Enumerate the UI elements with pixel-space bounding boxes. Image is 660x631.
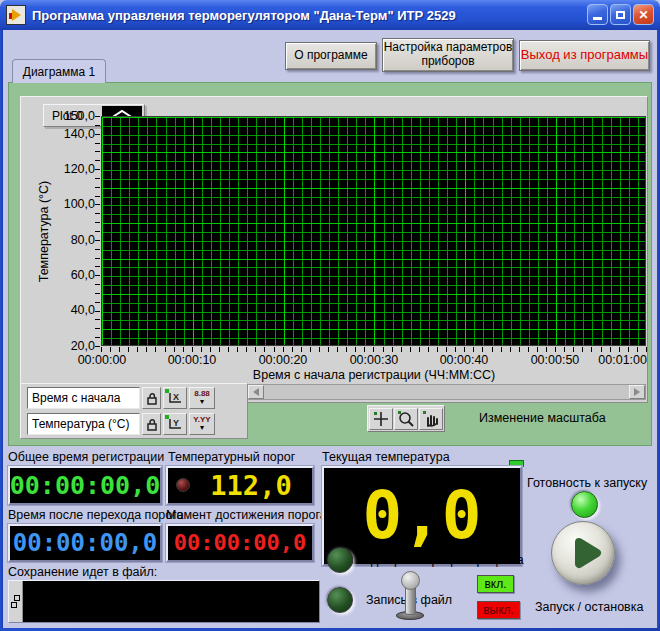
crosshair-icon [372,410,390,428]
y-tick-label: 60,0 [49,268,95,282]
toggle-switch-knob[interactable] [401,571,420,590]
title-bar[interactable]: Программа управления терморегулятором "Д… [0,0,660,30]
caret-down-icon: ▾ [200,424,204,432]
arrow-left-icon [253,388,259,396]
ready-led[interactable] [571,491,598,518]
y-tick-label: 120,0 [49,162,95,176]
total-time-label: Общее время регистрации [8,450,164,464]
current-temp-value: 0,0 [362,483,481,549]
switch-on-badge[interactable]: вкл. [477,575,514,593]
y-scale-name-input[interactable]: Температура (°C) [27,413,140,435]
start-stop-label: Запуск / остановка [535,600,643,614]
threshold-moment-display: 00:00:00,0 [166,524,314,562]
x-autoscale-button[interactable]: X [163,387,187,409]
about-button-label: О программе [294,49,367,63]
lock-icon [147,418,157,431]
hand-icon [422,410,440,428]
maximize-button[interactable] [610,4,631,25]
y-axis-title: Температура (°C) [37,117,52,347]
minimize-icon [593,17,602,20]
scrollbar-right-button[interactable] [629,385,645,399]
threshold-led [176,478,190,492]
y-scale-lock-button[interactable] [142,413,161,435]
settings-button-label: Настройка параметров приборов [383,41,513,69]
x-scale-name-input[interactable]: Время с начала [27,387,140,409]
close-icon: ✕ [638,8,648,22]
y-axis-ticks [95,116,100,347]
chart-panel: Plot 0 150,0 140,0 120,0 100,0 80,0 60,0… [20,96,648,403]
maximize-icon [616,11,625,19]
x-scrollbar[interactable] [247,384,646,400]
settings-button[interactable]: Настройка параметров приборов [382,38,514,72]
x-axis-title: Время с начала регистрации (ЧЧ:ММ:СС) [101,368,647,382]
crosshair-tool-button[interactable] [369,408,393,430]
scale-legend-panel: Время с начала X 8.88 ▾ Температура (°C) [20,383,248,439]
threshold-label: Температурный порог [168,450,295,464]
start-stop-button[interactable] [551,521,615,585]
pan-tool-button[interactable] [419,408,443,430]
save-file-label: Сохранение идет в файл: [8,565,157,579]
x-autoscale-icon: X [167,391,183,405]
y-tick-label: 100,0 [49,197,95,211]
path-browse-strip[interactable] [9,581,23,622]
x-format-button[interactable]: 8.88 ▾ [189,387,215,409]
minimize-button[interactable] [587,4,608,25]
autoscale-on-dot [165,389,169,393]
tab-diagram-1[interactable]: Диаграмма 1 [12,59,106,83]
close-button[interactable]: ✕ [633,4,654,25]
time-after-label: Время после перехода порога [8,508,183,522]
y-autoscale-button[interactable]: Y [163,413,187,435]
arrow-right-icon [634,388,640,396]
zoom-scale-label: Изменение масштаба [479,411,606,425]
threshold-display: 112,0 [166,466,314,505]
time-after-display: 00:00:00,0 [8,524,162,562]
registration-led-label: Идет регистрация процесса [362,553,524,567]
total-time-value: 00:00:00,0 [10,473,161,498]
play-icon [571,535,605,571]
path-browse-icon [11,595,20,608]
exit-button[interactable]: Выход из программы [519,40,650,71]
x-scale-lock-button[interactable] [142,387,161,409]
y-autoscale-icon: Y [167,417,183,431]
x-tick-label: 00:01:00 [585,353,647,367]
current-temp-label: Текущая температура [322,450,450,464]
save-file-path-control[interactable] [8,580,320,623]
autoscale-on-dot [165,415,169,419]
y-tick-label: 140,0 [49,127,95,141]
application-window: Программа управления терморегулятором "Д… [0,0,660,631]
total-time-display: 00:00:00,0 [8,466,162,505]
x-tick-label: 00:00:00 [71,353,133,367]
y-tick-label: 40,0 [49,303,95,317]
time-after-value: 00:00:00,0 [13,531,158,555]
zoom-tool-button[interactable] [394,408,418,430]
x-tick-label: 00:00:40 [433,353,495,367]
graph-palette [367,405,445,432]
x-tick-label: 00:00:50 [524,353,586,367]
threshold-moment-value: 00:00:00,0 [174,532,306,554]
magnifier-icon [397,410,415,428]
switch-off-badge[interactable]: выкл. [477,601,520,619]
y-tick-label: 20,0 [49,339,95,353]
x-tick-label: 00:00:20 [252,353,314,367]
threshold-moment-label: Момент достижения порога [166,508,327,522]
caret-down-icon: ▾ [200,398,204,406]
registration-led[interactable] [327,547,353,573]
window-title: Программа управления терморегулятором "Д… [32,8,456,23]
current-temp-display: 0,0 [322,466,522,566]
exit-button-label: Выход из программы [521,48,648,63]
file-write-led[interactable] [327,587,353,613]
y-tick-label: 150,0 [49,109,95,123]
y-format-button[interactable]: Y.YY ▾ [189,413,215,435]
y-tick-label: 80,0 [49,233,95,247]
x-axis-ticks [101,347,647,352]
threshold-value: 112,0 [210,472,291,499]
ready-label: Готовность к запуску [527,476,647,490]
scrollbar-left-button[interactable] [248,385,264,399]
plot-area[interactable] [101,116,646,346]
tab-page: Plot 0 150,0 140,0 120,0 100,0 80,0 60,0… [8,82,652,446]
svg-text:Y: Y [173,418,179,428]
lock-icon [147,392,157,405]
tab-label: Диаграмма 1 [23,65,95,79]
about-button[interactable]: О программе [285,42,377,70]
save-file-path-value[interactable] [23,581,319,622]
